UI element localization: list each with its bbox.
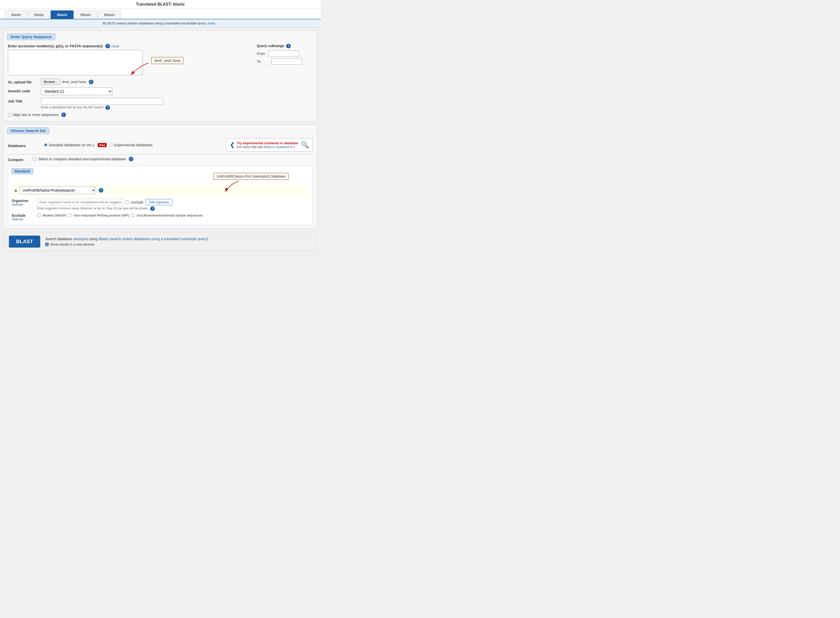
- callout-arrow: [128, 62, 151, 77]
- job-title-row: Job Title Enter a descriptive title for …: [8, 98, 252, 110]
- new-badge: New: [98, 143, 107, 147]
- callout-box-query: dmel_seq2.fasta: [151, 57, 183, 64]
- standard-subsection: Standard UniProtKB/Swiss-Prot (swissprot…: [8, 166, 313, 225]
- enter-query-section: Enter Query Sequence Enter accession num…: [4, 31, 317, 121]
- organism-input-row: exclude Add organism: [37, 199, 309, 206]
- choose-search-set-header: Choose Search Set: [7, 127, 49, 134]
- search-method-link[interactable]: Blastx (search protein databases using a…: [98, 237, 208, 241]
- genetic-code-select[interactable]: Standard (1): [41, 88, 112, 95]
- upload-label: Or, upload file: [8, 79, 41, 84]
- choose-search-set-section: Choose Search Set Databases Standard dat…: [4, 125, 317, 229]
- from-label: From: [257, 52, 266, 56]
- standard-db-label: Standard databases (nr etc.):: [49, 143, 95, 147]
- tab-tblastn[interactable]: tblastn: [74, 10, 97, 19]
- add-organism-button[interactable]: Add organism: [145, 199, 172, 205]
- tab-bar: blastn blastp blastx tblastn tblastx: [0, 9, 321, 19]
- standard-db-radio[interactable]: [44, 143, 48, 147]
- upload-help-icon[interactable]: ?: [89, 80, 94, 84]
- database-select[interactable]: UniProtKB/Swiss-Prot(swissprot): [19, 187, 96, 194]
- databases-left: Databases Standard databases (nr etc.): …: [8, 142, 153, 148]
- top-area: Enter accession number(s), gi(s), or FAS…: [8, 44, 313, 117]
- query-col: Enter accession number(s), gi(s), or FAS…: [8, 44, 252, 117]
- chevron-left-icon: ❮: [230, 142, 235, 149]
- tab-blastp[interactable]: blastp: [28, 10, 50, 19]
- blast-button[interactable]: BLAST: [9, 236, 40, 248]
- query-textarea-wrapper: dmel_seq2.fasta: [8, 50, 143, 76]
- upload-row: Or, upload file Browse... dmel_seq2.fast…: [8, 79, 252, 85]
- blast-info: Search database swissprot using Blastx (…: [45, 237, 208, 246]
- enter-query-body: Enter accession number(s), gi(s), or FAS…: [4, 42, 317, 121]
- query-textarea[interactable]: [8, 50, 143, 75]
- job-title-control: Enter a descriptive title for your BLAST…: [41, 98, 252, 110]
- exclude-refseq-checkbox[interactable]: [69, 214, 72, 217]
- show-results-label: Show results in a new window: [50, 242, 94, 246]
- organism-label: Organism: [12, 199, 37, 203]
- organism-hint-help-icon[interactable]: ?: [150, 206, 155, 211]
- compare-row: Compare Select to compare standard and e…: [4, 154, 317, 164]
- browse-button[interactable]: Browse...: [41, 79, 60, 85]
- exclude-uncultured-checkbox[interactable]: [131, 214, 134, 217]
- genetic-code-row: Genetic code Standard (1): [8, 88, 252, 95]
- exclude-refseq-label: Non-redundant RefSeq proteins (WP): [74, 214, 129, 217]
- file-name: dmel_seq2.fasta: [62, 80, 86, 84]
- show-results-row: Show results in a new window: [45, 242, 208, 246]
- subrange-help-icon[interactable]: ?: [286, 44, 291, 48]
- job-title-help-icon[interactable]: ?: [106, 105, 110, 110]
- clear-link[interactable]: Clear: [112, 44, 119, 48]
- tab-blastx[interactable]: blastx: [51, 10, 74, 19]
- organism-label-col: Organism Optional: [12, 199, 37, 206]
- more-link[interactable]: more...: [207, 21, 218, 25]
- search-db-link[interactable]: swissprot: [73, 237, 88, 241]
- search-icon: 🔍: [301, 141, 309, 149]
- exclude-optional: Optional: [12, 217, 37, 221]
- experimental-db-radio[interactable]: [110, 143, 113, 147]
- info-bar: BLASTX search protein databases using a …: [0, 19, 321, 27]
- callout-annotation: dmel_seq2.fasta: [151, 57, 183, 64]
- callout-box-db: UniProtKB/Swiss-Prot (swissprot) Databas…: [213, 173, 288, 180]
- query-label-row: Enter accession number(s), gi(s), or FAS…: [8, 44, 252, 48]
- query-help-icon[interactable]: ?: [106, 44, 110, 48]
- experimental-db-label: Experimental databases: [114, 143, 153, 147]
- genetic-code-label: Genetic code: [8, 88, 41, 93]
- db-row: ◆ UniProtKB/Swiss-Prot(swissprot) ?: [12, 184, 309, 196]
- exclude-organism-checkbox[interactable]: [126, 201, 129, 204]
- bottom-bar: BLAST Search database swissprot using Bl…: [4, 232, 317, 251]
- standard-body: UniProtKB/Swiss-Prot (swissprot) Databas…: [8, 176, 312, 225]
- from-row: From: [257, 51, 313, 57]
- show-results-checkbox[interactable]: [45, 243, 49, 246]
- organism-row: Organism Optional exclude Add organism E…: [12, 199, 309, 211]
- subrange-col: Query subrange ? From To: [257, 44, 313, 66]
- from-input[interactable]: [268, 51, 299, 57]
- try-experimental-box: ❮ Try experimental clustered nr database…: [226, 138, 313, 152]
- databases-label: Databases: [8, 142, 41, 148]
- compare-help-icon[interactable]: ?: [129, 157, 133, 161]
- to-input[interactable]: [271, 58, 302, 65]
- subrange-label: Query subrange ?: [257, 44, 313, 48]
- exclude-label-col: Exclude Optional: [12, 214, 37, 221]
- clustered-nr-link[interactable]: What is clustered nr?: [264, 145, 295, 149]
- page-title: Translated BLAST: blastx: [0, 0, 321, 9]
- db-callout-annotation: UniProtKB/Swiss-Prot (swissprot) Databas…: [213, 173, 288, 180]
- exclude-uncultured-label: Uncultured/environmental sample sequence…: [137, 214, 203, 217]
- organism-input[interactable]: [37, 199, 124, 206]
- tab-blastn[interactable]: blastn: [5, 10, 27, 19]
- job-title-input[interactable]: [41, 98, 163, 105]
- organism-hint: Enter organism common name, binomial, or…: [37, 206, 309, 211]
- exclude-models-checkbox[interactable]: [37, 214, 40, 217]
- organism-input-col: exclude Add organism Enter organism comm…: [37, 199, 309, 211]
- exclude-options: Models (XM/XP) Non-redundant RefSeq prot…: [37, 214, 203, 217]
- exclude-row: Exclude Optional Models (XM/XP) Non-redu…: [12, 214, 309, 221]
- standard-header: Standard: [11, 168, 33, 174]
- exclude-organism-label: exclude: [131, 200, 143, 204]
- db-selection-wrapper: UniProtKB/Swiss-Prot (swissprot) Databas…: [12, 184, 309, 196]
- header-title: Translated BLAST: blastx: [136, 2, 185, 6]
- compare-checkbox[interactable]: [33, 157, 36, 161]
- tab-tblastx[interactable]: tblastx: [98, 10, 120, 19]
- align-checkbox[interactable]: [8, 113, 11, 116]
- compare-checkbox-label: Select to compare standard and experimen…: [38, 157, 126, 161]
- align-help-icon[interactable]: ?: [61, 113, 66, 117]
- standard-db-radio-label[interactable]: Standard databases (nr etc.):: [44, 143, 95, 147]
- db-help-icon[interactable]: ?: [99, 188, 103, 193]
- exclude-models-label: Models (XM/XP): [43, 214, 67, 217]
- experimental-db-radio-label[interactable]: Experimental databases: [110, 143, 153, 147]
